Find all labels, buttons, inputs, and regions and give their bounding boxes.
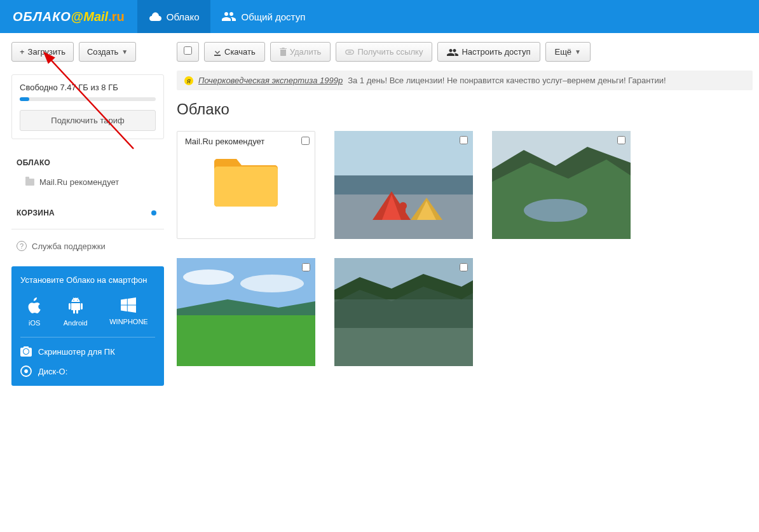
support-link[interactable]: ? Служба поддержки bbox=[11, 232, 164, 260]
download-button[interactable]: Скачать bbox=[204, 42, 265, 62]
notification-dot-icon bbox=[151, 210, 156, 215]
windows-icon bbox=[121, 297, 136, 313]
nav-tabs: Облако Общий доступ bbox=[137, 0, 317, 33]
checkbox-input[interactable] bbox=[184, 46, 192, 55]
delete-button[interactable]: Удалить bbox=[270, 42, 331, 62]
svg-rect-16 bbox=[334, 328, 473, 366]
storage-bar-fill bbox=[20, 97, 29, 101]
storage-text: Свободно 7.47 ГБ из 8 ГБ bbox=[20, 83, 156, 92]
folder-large-icon bbox=[214, 153, 278, 207]
download-icon bbox=[214, 48, 221, 56]
ad-bar: я Почерковедческая экспертиза 1999р За 1… bbox=[177, 71, 753, 90]
image-thumbnail bbox=[334, 131, 473, 239]
sidebar-heading-trash[interactable]: КОРЗИНА bbox=[11, 206, 55, 220]
svg-point-12 bbox=[240, 275, 304, 292]
svg-rect-7 bbox=[400, 208, 406, 217]
storage-box: Свободно 7.47 ГБ из 8 ГБ Подключить тари… bbox=[11, 74, 164, 139]
svg-rect-13 bbox=[177, 309, 315, 366]
image-thumbnail bbox=[334, 258, 473, 366]
folder-icon bbox=[25, 179, 34, 186]
tile-checkbox[interactable] bbox=[460, 263, 468, 271]
select-all-checkbox[interactable] bbox=[177, 42, 199, 62]
header: ОБЛАКО@Mail.ru Облако Общий доступ bbox=[0, 0, 759, 33]
toolbar: Скачать Удалить Получить ссылку Настроит… bbox=[177, 42, 753, 62]
folder-label: Mail.Ru рекомендует bbox=[185, 137, 307, 146]
logo-text-mail: Mail bbox=[83, 10, 108, 24]
divider bbox=[11, 229, 164, 229]
screenshoter-link[interactable]: Скриншотер для ПК bbox=[11, 338, 164, 365]
ad-icon: я bbox=[184, 76, 193, 85]
get-link-button[interactable]: Получить ссылку bbox=[336, 42, 432, 62]
tile-checkbox[interactable] bbox=[617, 136, 626, 144]
tab-cloud[interactable]: Облако bbox=[137, 0, 211, 33]
logo[interactable]: ОБЛАКО@Mail.ru bbox=[0, 10, 137, 24]
sidebar-heading-cloud: ОБЛАКО bbox=[11, 156, 164, 174]
disk-icon bbox=[20, 365, 32, 377]
logo-at-icon: @ bbox=[71, 10, 84, 24]
link-icon bbox=[345, 50, 354, 55]
people-icon bbox=[222, 11, 236, 22]
ad-text: За 1 день! Все лицензии! Не понравится к… bbox=[348, 76, 666, 85]
logo-text-oblako: ОБЛАКО bbox=[13, 10, 71, 24]
ad-link[interactable]: Почерковедческая экспертиза 1999р bbox=[198, 76, 343, 85]
page-title: Облако bbox=[177, 100, 753, 118]
tab-label: Облако bbox=[167, 11, 200, 22]
chevron-down-icon: ▼ bbox=[121, 48, 128, 55]
image-thumbnail bbox=[492, 131, 631, 239]
tab-label: Общий доступ bbox=[241, 11, 305, 22]
camera-icon bbox=[20, 346, 32, 357]
image-tile[interactable] bbox=[334, 258, 473, 366]
image-thumbnail bbox=[177, 258, 315, 366]
file-grid: Mail.Ru рекомендует bbox=[177, 131, 753, 366]
tariff-button[interactable]: Подключить тариф bbox=[20, 110, 156, 131]
upload-button[interactable]: +Загрузить bbox=[11, 42, 74, 62]
tile-checkbox[interactable] bbox=[301, 137, 310, 145]
create-button[interactable]: Создать ▼ bbox=[79, 42, 136, 62]
svg-point-2 bbox=[25, 370, 27, 372]
logo-text-ru: .ru bbox=[108, 10, 125, 24]
platform-ios[interactable]: iOS bbox=[27, 297, 41, 327]
android-icon bbox=[69, 297, 83, 314]
platform-winphone[interactable]: WINPHONE bbox=[109, 297, 148, 327]
promo-title: Установите Облако на смартфон bbox=[11, 266, 164, 291]
sidebar-item-recommends[interactable]: Mail.Ru рекомендует bbox=[11, 174, 164, 191]
image-tile[interactable] bbox=[177, 258, 315, 366]
tab-shared[interactable]: Общий доступ bbox=[210, 0, 317, 33]
trash-icon bbox=[280, 48, 287, 56]
storage-bar bbox=[20, 97, 156, 101]
svg-point-11 bbox=[183, 269, 234, 285]
tile-checkbox[interactable] bbox=[460, 136, 468, 144]
cloud-icon bbox=[149, 11, 161, 22]
svg-point-9 bbox=[524, 199, 587, 222]
disko-link[interactable]: Диск-О: bbox=[11, 365, 164, 386]
image-tile[interactable] bbox=[492, 131, 631, 239]
content: Скачать Удалить Получить ссылку Настроит… bbox=[164, 33, 759, 392]
promo-box: Установите Облако на смартфон iOS Androi… bbox=[11, 266, 164, 386]
folder-tile[interactable]: Mail.Ru рекомендует bbox=[177, 131, 315, 239]
people-icon bbox=[447, 48, 458, 56]
image-tile[interactable] bbox=[334, 131, 473, 239]
chevron-down-icon: ▼ bbox=[575, 48, 581, 55]
more-button[interactable]: Ещё ▼ bbox=[545, 42, 591, 62]
sidebar: +Загрузить Создать ▼ Свободно 7.47 ГБ из… bbox=[0, 33, 164, 392]
platform-android[interactable]: Android bbox=[64, 297, 88, 327]
help-icon: ? bbox=[17, 241, 27, 251]
plus-icon: + bbox=[20, 47, 25, 57]
configure-access-button[interactable]: Настроить доступ bbox=[437, 42, 540, 62]
apple-icon bbox=[27, 297, 41, 314]
tile-checkbox[interactable] bbox=[302, 263, 310, 271]
